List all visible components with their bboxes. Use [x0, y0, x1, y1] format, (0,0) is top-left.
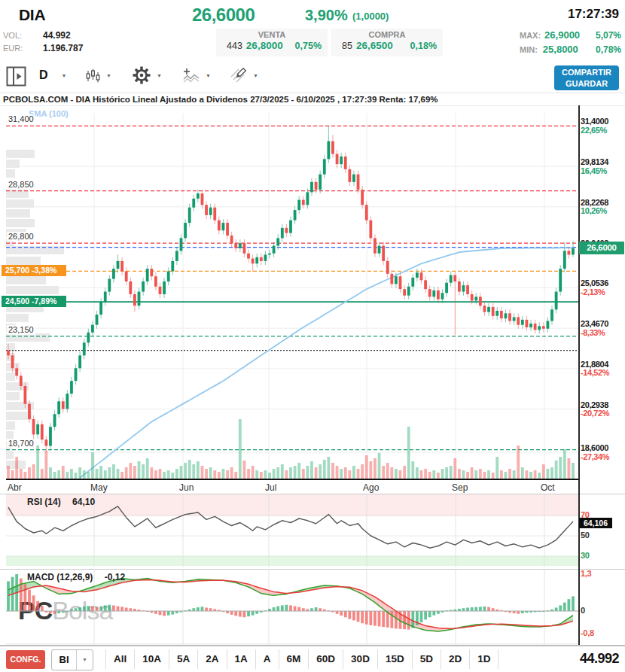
gear-icon: [133, 66, 151, 84]
macd-label: MACD (12,26,9): [27, 572, 93, 582]
rsi-axis-label: 50: [581, 531, 590, 540]
price-axis-label: 18,6000-27,34%: [581, 444, 624, 461]
pencil-draw-icon: [230, 67, 247, 84]
change-absolute: (1,0000): [352, 11, 389, 22]
price-axis-label: 28,226810,26%: [581, 199, 624, 216]
draw-tools-dropdown[interactable]: ▼: [230, 67, 258, 84]
main-price-chart[interactable]: [0, 105, 625, 494]
settings-dropdown[interactable]: ▼: [133, 66, 162, 84]
max-percent: 5,07%: [596, 30, 621, 41]
chevron-down-icon: ▼: [76, 650, 93, 670]
pair-value: BI: [52, 650, 76, 670]
level-label: 28,850: [7, 180, 35, 190]
timeframe-button-all[interactable]: All: [105, 649, 134, 669]
min-percent: 0,78%: [596, 44, 621, 55]
indicators-dropdown[interactable]: ▼: [183, 68, 211, 84]
max-value: 26,9000: [544, 29, 580, 41]
macd-pane-label: MACD (12,26,9) -0,12: [27, 572, 125, 582]
venta-percent: 0,75%: [295, 41, 322, 51]
min-label: MIN:: [520, 45, 538, 54]
macd-value: -0,12: [105, 572, 125, 582]
max-row: MAX: 26,9000 5,07%: [520, 29, 621, 41]
symbol-ticker: DIA: [19, 6, 45, 24]
panel-toggle-icon: [6, 66, 26, 87]
x-axis-month-label: Jul: [265, 482, 276, 493]
price-axis-label: 21,8804-14,52%: [581, 360, 624, 378]
chevron-down-icon: ▼: [157, 73, 162, 78]
x-axis-month-label: May: [90, 482, 108, 493]
interval-dropdown[interactable]: D ▼: [39, 68, 67, 82]
timeframe-button-2d[interactable]: 2D: [441, 649, 469, 669]
price-axis-label: 31,400022,65%: [581, 117, 624, 135]
price-axis-label: 29,813416,45%: [581, 158, 624, 175]
compra-percent: 0,18%: [410, 41, 437, 51]
x-axis-month-label: Oct: [541, 482, 555, 493]
timeframe-row: All10A5A2A1AA6M60D30D15D5D2D1D: [105, 649, 498, 669]
price-axis-label: 20,2938-20,72%: [581, 401, 624, 418]
rsi-label: RSI (14): [27, 497, 61, 507]
price-axis-label: 25,0536-2,13%: [581, 279, 624, 296]
timeframe-button-10a[interactable]: 10A: [134, 649, 169, 669]
min-value: 25,8000: [543, 44, 578, 55]
level-label: 18,700: [7, 439, 35, 449]
eur-value: 1.196.787: [43, 43, 83, 53]
price-axis-label: 23,4670-8,33%: [581, 320, 624, 337]
rsi-pane-label: RSI (14) 64,10: [27, 497, 95, 507]
level-label: 31,400: [7, 114, 35, 124]
chart-title-bar: PCBOLSA.COM - DIA Histórico Lineal Ajust…: [0, 93, 625, 106]
chevron-down-icon: ▼: [206, 73, 211, 78]
rsi-axis-label: 30: [581, 551, 590, 560]
level-badge: 24,500 -7,89%: [2, 296, 66, 307]
venta-price: 26,8000: [246, 40, 283, 51]
guardar-label: GUARDAR: [554, 78, 619, 90]
vol-value: 44.992: [43, 30, 71, 41]
x-axis-month-label: Sep: [452, 482, 468, 493]
chart-toolbar: D ▼ ▼: [0, 64, 625, 93]
pair-select[interactable]: BI ▼: [51, 649, 93, 670]
current-price-badge: 26,6000: [579, 242, 624, 254]
venta-count: 443: [227, 41, 242, 51]
timeframe-button-1d[interactable]: 1D: [469, 649, 498, 669]
toggle-sidebar-button[interactable]: [6, 66, 26, 87]
bottom-control-bar: CONFG. BI ▼ All10A5A2A1AA6M60D30D15D5D2D…: [0, 646, 625, 672]
venta-label: VENTA: [216, 30, 328, 39]
interval-value: D: [39, 68, 48, 82]
min-row: MIN: 25,8000 0,78%: [520, 44, 621, 55]
level-label: 26,800: [7, 232, 35, 242]
eur-label: EUR:: [3, 44, 23, 53]
chevron-down-icon: ▼: [62, 73, 67, 78]
timeframe-button-a[interactable]: A: [255, 649, 279, 669]
x-axis-month-label: Abr: [8, 482, 22, 493]
add-indicator-icon: [183, 68, 200, 84]
timeframe-button-5a[interactable]: 5A: [169, 649, 197, 669]
candlestick-icon: [86, 68, 100, 83]
venta-quote[interactable]: VENTA 443 26,8000 0,75%: [216, 29, 328, 56]
compra-label: COMPRA: [331, 30, 443, 39]
rsi-value: 64,10: [72, 497, 95, 507]
compartir-label: COMPARTIR: [554, 67, 619, 78]
last-price: 26,6000: [192, 5, 255, 26]
pcbolsa-app: DIA 26,6000 3,90% (1,0000) 17:27:39 VOL:…: [0, 0, 625, 672]
chevron-down-icon: ▼: [253, 73, 258, 78]
compra-quote[interactable]: COMPRA 85 26,6500 0,18%: [331, 29, 443, 56]
timeframe-button-15d[interactable]: 15D: [377, 649, 412, 669]
timeframe-button-6m[interactable]: 6M: [279, 649, 309, 669]
compra-price: 26,6500: [356, 40, 393, 51]
timeframe-button-30d[interactable]: 30D: [343, 649, 377, 669]
x-axis-month-label: Ago: [363, 482, 379, 493]
axis-border-line: [578, 105, 580, 645]
compartir-guardar-button[interactable]: COMPARTIR GUARDAR: [554, 65, 619, 90]
timeframe-button-60d[interactable]: 60D: [308, 649, 343, 669]
chevron-down-icon: ▼: [106, 73, 111, 78]
max-label: MAX:: [520, 31, 541, 40]
timeframe-button-2a[interactable]: 2A: [197, 649, 226, 669]
change-percent: 3,90%: [305, 7, 348, 24]
level-badge: 25,700 -3,38%: [2, 265, 66, 276]
config-button[interactable]: CONFG.: [6, 650, 45, 669]
rsi-value-badge: 64,106: [579, 518, 612, 528]
timeframe-button-1a[interactable]: 1A: [227, 649, 255, 669]
bottom-volume-value: 44.992: [580, 651, 619, 667]
chart-type-dropdown[interactable]: ▼: [86, 68, 111, 83]
clock: 17:27:39: [568, 7, 619, 22]
timeframe-button-5d[interactable]: 5D: [412, 649, 441, 669]
